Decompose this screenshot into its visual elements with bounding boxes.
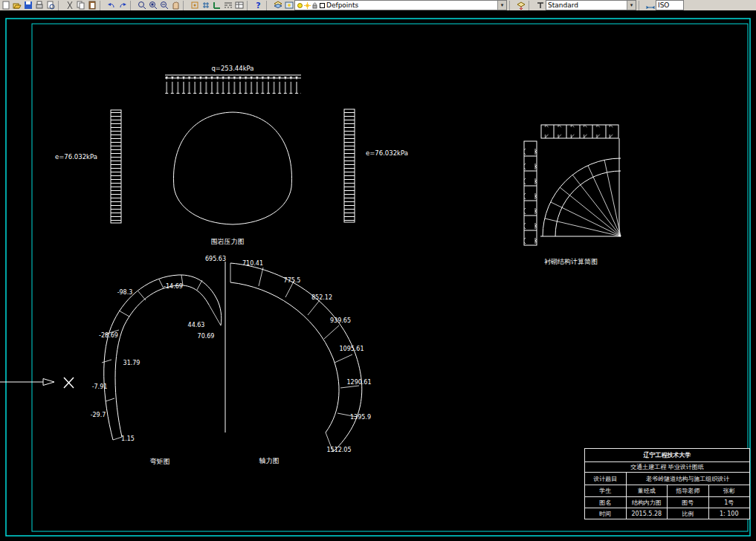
lock-icon bbox=[311, 2, 318, 9]
zoom-window-icon[interactable] bbox=[147, 1, 158, 10]
linetype-icon[interactable] bbox=[222, 1, 233, 10]
drawing-canvas[interactable]: q=253.44kPa e=76.032kPa e=76.032kPa 围岩压力… bbox=[0, 10, 756, 541]
axial-diagram: 695.63 710.41 775.5 852.12 939.65 1095.6… bbox=[205, 256, 372, 464]
right-pressure-label: e=76.032kPa bbox=[366, 149, 408, 157]
pressure-diagram: q=253.44kPa e=76.032kPa e=76.032kPa 围岩压力… bbox=[55, 65, 408, 245]
text-style-icon[interactable] bbox=[534, 1, 546, 10]
moment-value-label: -28.69 bbox=[99, 332, 118, 339]
toolbar-separator bbox=[529, 1, 533, 10]
toolbar-separator bbox=[639, 1, 643, 10]
grid-icon[interactable] bbox=[200, 1, 211, 10]
layer-color-swatch bbox=[319, 2, 326, 9]
drawing-no-value: 1号 bbox=[708, 497, 750, 508]
layer-states-icon[interactable] bbox=[283, 1, 294, 10]
zoom-realtime-icon[interactable] bbox=[136, 1, 147, 10]
redo-icon[interactable] bbox=[117, 1, 128, 10]
toolbar-separator bbox=[509, 1, 514, 10]
scale-value: 1: 100 bbox=[708, 508, 750, 519]
save-icon[interactable] bbox=[22, 1, 33, 10]
moment-value-label: -29.7 bbox=[91, 412, 106, 418]
zoom-previous-icon[interactable] bbox=[158, 1, 169, 10]
student-label: 学生 bbox=[585, 485, 627, 497]
axial-caption: 轴力图 bbox=[259, 457, 280, 464]
axial-value-label: 695.63 bbox=[205, 256, 226, 262]
help-question-glyph: ? bbox=[256, 1, 260, 10]
help-icon[interactable]: ? bbox=[253, 1, 264, 10]
title-block-subtitle: 交通土建工程 毕业设计图纸 bbox=[585, 462, 750, 473]
moment-value-label: 70.69 bbox=[198, 333, 215, 340]
undo-icon[interactable] bbox=[106, 1, 117, 10]
scale-label: 比例 bbox=[668, 508, 709, 519]
moment-value-label: 1.15 bbox=[121, 435, 135, 442]
lining-diagram: 衬砌结构计算简图 bbox=[524, 125, 621, 265]
dim-style-icon[interactable] bbox=[644, 1, 656, 10]
make-layer-current-icon[interactable] bbox=[515, 1, 526, 10]
dropdown-arrow-icon[interactable]: ▾ bbox=[627, 1, 636, 10]
sun-icon bbox=[304, 2, 311, 9]
lining-caption: 衬砌结构计算简图 bbox=[544, 258, 598, 265]
toolbar-separator bbox=[58, 1, 62, 10]
paste-icon[interactable] bbox=[86, 1, 97, 10]
advisor-value: 张彬 bbox=[708, 485, 750, 497]
toolbar-separator bbox=[100, 1, 104, 10]
drawing-name-value: 结构内力图 bbox=[626, 497, 668, 508]
leader-arrow bbox=[0, 379, 54, 386]
lightbulb-icon bbox=[297, 2, 303, 9]
pressure-caption: 围岩压力图 bbox=[211, 238, 245, 245]
axial-value-label: 1395.9 bbox=[350, 414, 371, 421]
main-toolbar: ? Defpoints ▾ Standard ▾ ISO bbox=[0, 0, 756, 11]
dropdown-arrow-icon[interactable]: ▾ bbox=[497, 1, 506, 10]
osnap-icon[interactable] bbox=[189, 1, 200, 10]
open-file-icon[interactable] bbox=[11, 1, 22, 10]
design-title-label: 设计题目 bbox=[585, 473, 627, 485]
table-icon[interactable] bbox=[233, 1, 245, 10]
moment-value-label: 44.63 bbox=[188, 322, 205, 328]
dim-style-combo-value: ISO bbox=[658, 1, 683, 9]
style-combo-value: Standard bbox=[548, 1, 627, 9]
moment-caption: 弯矩图 bbox=[150, 458, 170, 465]
moment-value-label: -14.69 bbox=[164, 283, 183, 290]
advisor-label: 指导老师 bbox=[668, 485, 709, 497]
toolbar-separator bbox=[266, 1, 271, 10]
layers-icon[interactable] bbox=[272, 1, 283, 10]
print-preview-icon[interactable] bbox=[45, 1, 56, 10]
print-icon[interactable] bbox=[33, 1, 45, 10]
drawing-no-label: 图号 bbox=[668, 497, 709, 508]
left-pressure-label: e=76.032kPa bbox=[55, 153, 97, 161]
axial-value-label: 852.12 bbox=[311, 294, 332, 301]
new-file-icon[interactable] bbox=[0, 1, 11, 10]
cut-icon[interactable] bbox=[64, 1, 75, 10]
axial-value-label: 710.41 bbox=[242, 260, 263, 267]
style-combo[interactable]: Standard ▾ bbox=[546, 0, 636, 10]
copy-icon[interactable] bbox=[75, 1, 86, 10]
date-value: 2015.5.28 bbox=[626, 508, 668, 519]
dim-style-combo[interactable]: ISO bbox=[656, 0, 684, 10]
date-label: 时间 bbox=[585, 508, 627, 519]
axial-value-label: 775.5 bbox=[284, 277, 301, 284]
axial-value-label: 1290.61 bbox=[346, 379, 371, 386]
tunnel-outline[interactable] bbox=[174, 112, 292, 224]
axial-value-label: 1095.61 bbox=[339, 346, 364, 352]
drawing-name-label: 图名 bbox=[585, 497, 627, 508]
student-value: 董经成 bbox=[626, 485, 668, 497]
ortho-icon[interactable] bbox=[211, 1, 222, 10]
crosshair-marker bbox=[64, 378, 74, 388]
title-block-university: 辽宁工程技术大学 bbox=[585, 449, 750, 462]
toolbar-separator bbox=[130, 1, 135, 10]
layer-combo-value: Defpoints bbox=[326, 1, 497, 9]
toolbar-separator bbox=[247, 1, 251, 10]
moment-value-label: -98.3 bbox=[117, 289, 133, 296]
axial-value-label: 1512.05 bbox=[326, 447, 351, 453]
toolbar-separator bbox=[183, 1, 187, 10]
title-block: 辽宁工程技术大学 交通土建工程 毕业设计图纸 设计题目 老爷岭隧道结构与施工组织… bbox=[584, 448, 750, 519]
layer-combo[interactable]: Defpoints ▾ bbox=[294, 0, 507, 10]
design-title-value: 老爷岭隧道结构与施工组织设计 bbox=[626, 473, 750, 485]
moment-value-label: 31.79 bbox=[123, 360, 140, 366]
top-load-label: q=253.44kPa bbox=[211, 65, 253, 72]
axial-value-label: 939.65 bbox=[330, 317, 351, 324]
moment-value-label: -7.91 bbox=[92, 383, 108, 390]
moment-diagram: -98.3 -14.69 -28.69 31.79 -7.91 -29.7 1.… bbox=[91, 275, 222, 465]
pan-icon[interactable] bbox=[169, 1, 181, 10]
